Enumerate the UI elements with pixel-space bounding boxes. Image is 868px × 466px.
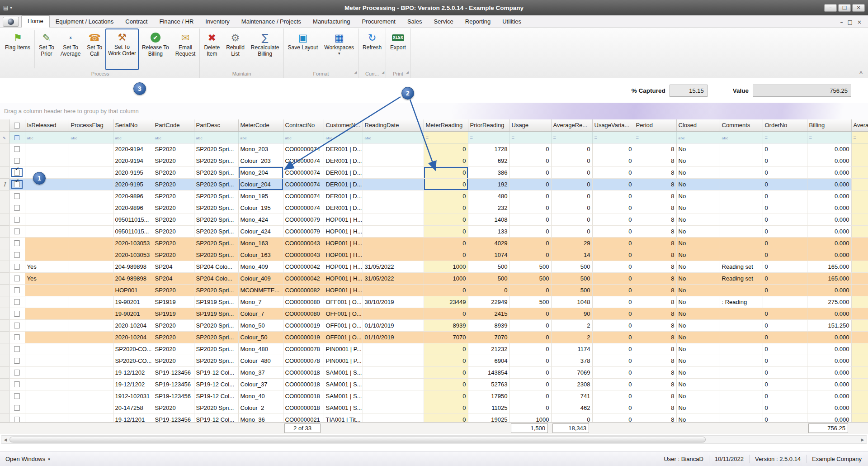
cell-usage[interactable]: 0 <box>509 178 551 190</box>
cell-partdesc[interactable]: SP19-12 Col... <box>194 378 238 390</box>
cell-metercode[interactable]: Mono_37 <box>238 366 283 378</box>
checkbox[interactable] <box>14 276 20 281</box>
filter-cell-orderno[interactable]: = <box>763 131 807 143</box>
cell-customerno[interactable]: HOP001 | H... <box>324 237 363 249</box>
row-checkbox-cell[interactable] <box>9 261 25 272</box>
cell-averagere[interactable]: 500 <box>551 261 592 272</box>
cell-customerno[interactable]: DER001 | D... <box>324 155 363 166</box>
cell-customerno[interactable]: HOP001 | H... <box>324 214 363 225</box>
cell-customerno[interactable]: TIA001 | Tit... <box>324 414 363 422</box>
cell-metercode[interactable]: Colour_424 <box>238 225 283 237</box>
cell-metercode[interactable]: Colour_480 <box>238 355 283 366</box>
cell-isreleased[interactable] <box>25 284 69 296</box>
cell-usage[interactable]: 500 <box>509 296 551 308</box>
cell-billing[interactable]: 0.000 <box>807 143 851 155</box>
filter-cell-readingdate[interactable]: abc <box>363 131 424 143</box>
cell-metercode[interactable]: Mono_203 <box>238 143 283 155</box>
app-grid-icon[interactable]: ▤ <box>3 5 8 11</box>
group-by-panel[interactable]: Drag a column header here to group by th… <box>0 103 868 119</box>
cell-usage[interactable]: 0 <box>509 166 551 178</box>
cell-processflag[interactable] <box>69 190 113 202</box>
table-row[interactable]: 2020-103053SP2020SP2020 Spri...Colour_16… <box>0 249 868 261</box>
cell-partcode[interactable]: SP2020 <box>153 237 194 249</box>
dialog-launcher-icon[interactable]: ◢ <box>406 69 408 76</box>
cell-readingdate[interactable] <box>363 366 424 378</box>
tab-equipment-locations[interactable]: Equipment / Locations <box>50 16 120 27</box>
cell-usagevaria[interactable]: 0 <box>592 237 634 249</box>
cell-isreleased[interactable]: Yes <box>25 261 69 272</box>
cell-readingdate[interactable] <box>363 202 424 214</box>
cell-readingdate[interactable] <box>363 214 424 225</box>
cell-averagere[interactable]: 0 <box>551 178 592 190</box>
cell-partdesc[interactable]: SP1919 Spri... <box>194 308 238 319</box>
cell-usagevaria[interactable]: 0 <box>592 155 634 166</box>
cell-isreleased[interactable] <box>25 331 69 343</box>
cell-averagere[interactable]: 14 <box>551 249 592 261</box>
cell-contractno[interactable]: CO00000078 <box>283 355 324 366</box>
cell-comments[interactable] <box>720 143 763 155</box>
cell-metercode[interactable]: MCONMETE... <box>238 284 283 296</box>
cell-partcode[interactable]: SP2020 <box>153 190 194 202</box>
cell-closed[interactable]: No <box>676 343 720 355</box>
cell-usagevaria[interactable]: 0 <box>592 414 634 422</box>
cell-usagevaria[interactable]: 0 <box>592 166 634 178</box>
cell-serialno[interactable]: 19-12/1201 <box>113 414 153 422</box>
cell-averagere[interactable]: 500 <box>551 284 592 296</box>
cell-orderno[interactable]: 0 <box>763 366 807 378</box>
table-row[interactable]: 2020-9896SP2020SP2020 Spri...Colour_195C… <box>0 202 868 214</box>
row-checkbox-cell[interactable] <box>9 284 25 296</box>
table-row[interactable]: 095011015...SP2020SP2020 Spri...Colour_4… <box>0 225 868 237</box>
cell-contractno[interactable]: CO00000074 <box>283 143 324 155</box>
cell-usagevaria[interactable]: 0 <box>592 190 634 202</box>
tab-procurement[interactable]: Procurement <box>356 16 401 27</box>
cell-partcode[interactable]: SP1919 <box>153 308 194 319</box>
table-row[interactable]: 19-90201SP1919SP1919 Spri...Colour_7CO00… <box>0 308 868 319</box>
row-checkbox-cell[interactable] <box>9 319 25 331</box>
filter-cell-closed[interactable]: abc <box>676 131 720 143</box>
cell-period[interactable]: 8 <box>634 237 676 249</box>
cell-priorreading[interactable]: 133 <box>468 225 509 237</box>
cell-priorreading[interactable]: 52763 <box>468 378 509 390</box>
cell-serialno[interactable]: 19-90201 <box>113 296 153 308</box>
cell-isreleased[interactable] <box>25 378 69 390</box>
cell-partcode[interactable]: SP2020 <box>153 343 194 355</box>
cell-usage[interactable]: 0 <box>509 319 551 331</box>
filter-cell-averagere[interactable]: = <box>551 131 592 143</box>
scrollbar-thumb[interactable] <box>9 437 706 442</box>
checkbox[interactable] <box>14 311 20 317</box>
cell-billing[interactable]: 0.000 <box>807 355 851 366</box>
cell-usagevaria[interactable]: 0 <box>592 308 634 319</box>
cell-comments[interactable] <box>720 202 763 214</box>
cell-readingdate[interactable] <box>363 390 424 402</box>
cell-comments[interactable] <box>720 249 763 261</box>
cell-orderno[interactable]: 0 <box>763 190 807 202</box>
cell-readingdate[interactable] <box>363 343 424 355</box>
cell-customerno[interactable]: HOP001 | H... <box>324 225 363 237</box>
set-to-average-button[interactable]: x̄Set To Average <box>58 29 83 70</box>
cell-serialno[interactable]: 2020-103053 <box>113 237 153 249</box>
cell-isreleased[interactable] <box>25 143 69 155</box>
minimize-button[interactable]: – <box>824 4 837 12</box>
col-header-closed[interactable]: Closed <box>676 119 720 131</box>
cell-comments[interactable] <box>720 308 763 319</box>
cell-partcode[interactable]: SP19-123456 <box>153 414 194 422</box>
cell-averagere[interactable]: 741 <box>551 390 592 402</box>
cell-partdesc[interactable]: SP204 Colo... <box>194 272 238 284</box>
cell-priorreading[interactable]: 6904 <box>468 355 509 366</box>
cell-billing[interactable]: 0.000 <box>807 414 851 422</box>
cell-period[interactable]: 8 <box>634 331 676 343</box>
cell-metercode[interactable]: Mono_204 <box>238 166 283 178</box>
cell-meterreading[interactable]: 23449 <box>424 296 468 308</box>
cell-customerno[interactable]: OFF001 | O... <box>324 319 363 331</box>
checkbox[interactable] <box>14 299 20 305</box>
cell-avera[interactable] <box>851 308 868 319</box>
cell-billing[interactable]: 0.000 <box>807 214 851 225</box>
cell-period[interactable]: 8 <box>634 143 676 155</box>
mdi-close-button[interactable]: × <box>857 19 862 25</box>
cell-orderno[interactable]: 0 <box>763 225 807 237</box>
cell-usage[interactable]: 0 <box>509 366 551 378</box>
cell-closed[interactable]: No <box>676 225 720 237</box>
cell-serialno[interactable]: 19-12/1202 <box>113 378 153 390</box>
cell-meterreading[interactable]: 1000 <box>424 272 468 284</box>
cell-readingdate[interactable]: 30/10/2019 <box>363 296 424 308</box>
